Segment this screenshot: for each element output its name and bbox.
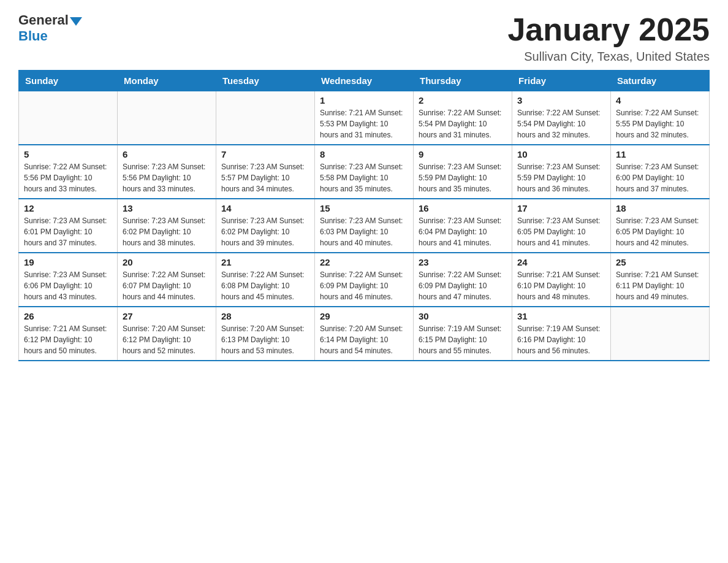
day-info: Sunrise: 7:23 AM Sunset: 6:03 PM Dayligh…: [320, 215, 408, 248]
title-block: January 2025 Sullivan City, Texas, Unite…: [507, 12, 710, 64]
logo-blue-text: Blue: [18, 28, 48, 44]
calendar-cell: 12Sunrise: 7:23 AM Sunset: 6:01 PM Dayli…: [19, 199, 118, 253]
calendar-cell: 14Sunrise: 7:23 AM Sunset: 6:02 PM Dayli…: [216, 199, 315, 253]
day-info: Sunrise: 7:23 AM Sunset: 6:04 PM Dayligh…: [419, 215, 507, 248]
day-info: Sunrise: 7:20 AM Sunset: 6:13 PM Dayligh…: [221, 323, 309, 356]
calendar-cell: 9Sunrise: 7:23 AM Sunset: 5:59 PM Daylig…: [414, 145, 512, 199]
calendar-cell: 3Sunrise: 7:22 AM Sunset: 5:54 PM Daylig…: [512, 91, 611, 145]
day-number: 12: [24, 203, 112, 213]
calendar-cell: [118, 91, 216, 145]
calendar-cell: 17Sunrise: 7:23 AM Sunset: 6:05 PM Dayli…: [512, 199, 611, 253]
calendar-cell: 30Sunrise: 7:19 AM Sunset: 6:15 PM Dayli…: [414, 307, 512, 361]
day-info: Sunrise: 7:23 AM Sunset: 5:57 PM Dayligh…: [221, 161, 309, 194]
calendar-cell: 20Sunrise: 7:22 AM Sunset: 6:07 PM Dayli…: [118, 253, 216, 307]
day-number: 3: [517, 95, 605, 105]
day-number: 22: [320, 257, 408, 267]
col-header-wednesday: Wednesday: [315, 71, 414, 91]
day-info: Sunrise: 7:22 AM Sunset: 5:54 PM Dayligh…: [419, 107, 507, 140]
calendar-cell: 18Sunrise: 7:23 AM Sunset: 6:05 PM Dayli…: [611, 199, 710, 253]
day-number: 20: [123, 257, 211, 267]
calendar-cell: [611, 307, 710, 361]
calendar-cell: 29Sunrise: 7:20 AM Sunset: 6:14 PM Dayli…: [315, 307, 414, 361]
day-info: Sunrise: 7:23 AM Sunset: 6:05 PM Dayligh…: [616, 215, 704, 248]
day-info: Sunrise: 7:22 AM Sunset: 5:56 PM Dayligh…: [24, 161, 112, 194]
day-number: 1: [320, 95, 408, 105]
day-info: Sunrise: 7:23 AM Sunset: 6:05 PM Dayligh…: [517, 215, 605, 248]
calendar-cell: 15Sunrise: 7:23 AM Sunset: 6:03 PM Dayli…: [315, 199, 414, 253]
day-number: 18: [616, 203, 704, 213]
day-number: 21: [221, 257, 309, 267]
logo: General Blue: [18, 12, 83, 44]
col-header-sunday: Sunday: [19, 71, 118, 91]
calendar-cell: 19Sunrise: 7:23 AM Sunset: 6:06 PM Dayli…: [19, 253, 118, 307]
calendar-week-row: 1Sunrise: 7:21 AM Sunset: 5:53 PM Daylig…: [19, 91, 710, 145]
day-info: Sunrise: 7:23 AM Sunset: 6:01 PM Dayligh…: [24, 215, 112, 248]
calendar-cell: 27Sunrise: 7:20 AM Sunset: 6:12 PM Dayli…: [118, 307, 216, 361]
day-number: 19: [24, 257, 112, 267]
calendar-cell: 31Sunrise: 7:19 AM Sunset: 6:16 PM Dayli…: [512, 307, 611, 361]
day-info: Sunrise: 7:21 AM Sunset: 6:11 PM Dayligh…: [616, 269, 704, 302]
calendar-week-row: 5Sunrise: 7:22 AM Sunset: 5:56 PM Daylig…: [19, 145, 710, 199]
calendar-cell: 2Sunrise: 7:22 AM Sunset: 5:54 PM Daylig…: [414, 91, 512, 145]
day-number: 11: [616, 149, 704, 159]
day-number: 30: [419, 311, 507, 321]
calendar-week-row: 12Sunrise: 7:23 AM Sunset: 6:01 PM Dayli…: [19, 199, 710, 253]
day-number: 8: [320, 149, 408, 159]
day-info: Sunrise: 7:23 AM Sunset: 5:58 PM Dayligh…: [320, 161, 408, 194]
calendar-cell: 11Sunrise: 7:23 AM Sunset: 6:00 PM Dayli…: [611, 145, 710, 199]
calendar-cell: 10Sunrise: 7:23 AM Sunset: 5:59 PM Dayli…: [512, 145, 611, 199]
calendar-cell: 13Sunrise: 7:23 AM Sunset: 6:02 PM Dayli…: [118, 199, 216, 253]
day-number: 25: [616, 257, 704, 267]
calendar-header-row: SundayMondayTuesdayWednesdayThursdayFrid…: [19, 71, 710, 91]
day-info: Sunrise: 7:19 AM Sunset: 6:15 PM Dayligh…: [419, 323, 507, 356]
day-info: Sunrise: 7:23 AM Sunset: 6:02 PM Dayligh…: [123, 215, 211, 248]
logo-general-text: General: [18, 12, 69, 28]
day-info: Sunrise: 7:22 AM Sunset: 6:08 PM Dayligh…: [221, 269, 309, 302]
day-info: Sunrise: 7:22 AM Sunset: 5:55 PM Dayligh…: [616, 107, 704, 140]
day-number: 29: [320, 311, 408, 321]
day-number: 23: [419, 257, 507, 267]
day-number: 2: [419, 95, 507, 105]
day-number: 26: [24, 311, 112, 321]
day-number: 9: [419, 149, 507, 159]
day-info: Sunrise: 7:23 AM Sunset: 5:59 PM Dayligh…: [517, 161, 605, 194]
col-header-monday: Monday: [118, 71, 216, 91]
col-header-thursday: Thursday: [414, 71, 512, 91]
day-info: Sunrise: 7:22 AM Sunset: 6:09 PM Dayligh…: [320, 269, 408, 302]
calendar-cell: [19, 91, 118, 145]
calendar-week-row: 19Sunrise: 7:23 AM Sunset: 6:06 PM Dayli…: [19, 253, 710, 307]
day-info: Sunrise: 7:23 AM Sunset: 6:02 PM Dayligh…: [221, 215, 309, 248]
day-number: 7: [221, 149, 309, 159]
calendar-cell: 24Sunrise: 7:21 AM Sunset: 6:10 PM Dayli…: [512, 253, 611, 307]
day-info: Sunrise: 7:19 AM Sunset: 6:16 PM Dayligh…: [517, 323, 605, 356]
day-info: Sunrise: 7:23 AM Sunset: 6:00 PM Dayligh…: [616, 161, 704, 194]
day-info: Sunrise: 7:22 AM Sunset: 5:54 PM Dayligh…: [517, 107, 605, 140]
calendar-cell: 22Sunrise: 7:22 AM Sunset: 6:09 PM Dayli…: [315, 253, 414, 307]
month-title: January 2025: [507, 12, 710, 47]
calendar-week-row: 26Sunrise: 7:21 AM Sunset: 6:12 PM Dayli…: [19, 307, 710, 361]
day-number: 5: [24, 149, 112, 159]
day-info: Sunrise: 7:21 AM Sunset: 6:10 PM Dayligh…: [517, 269, 605, 302]
calendar-cell: 21Sunrise: 7:22 AM Sunset: 6:08 PM Dayli…: [216, 253, 315, 307]
calendar-cell: [216, 91, 315, 145]
calendar-cell: 6Sunrise: 7:23 AM Sunset: 5:56 PM Daylig…: [118, 145, 216, 199]
day-info: Sunrise: 7:20 AM Sunset: 6:12 PM Dayligh…: [123, 323, 211, 356]
day-number: 28: [221, 311, 309, 321]
page-header: General Blue January 2025 Sullivan City,…: [18, 12, 710, 64]
day-number: 15: [320, 203, 408, 213]
calendar-cell: 25Sunrise: 7:21 AM Sunset: 6:11 PM Dayli…: [611, 253, 710, 307]
day-number: 14: [221, 203, 309, 213]
day-info: Sunrise: 7:23 AM Sunset: 5:59 PM Dayligh…: [419, 161, 507, 194]
calendar-cell: 4Sunrise: 7:22 AM Sunset: 5:55 PM Daylig…: [611, 91, 710, 145]
day-info: Sunrise: 7:21 AM Sunset: 5:53 PM Dayligh…: [320, 107, 408, 140]
logo-arrow-icon: [70, 17, 82, 26]
col-header-saturday: Saturday: [611, 71, 710, 91]
calendar-table: SundayMondayTuesdayWednesdayThursdayFrid…: [18, 70, 710, 361]
day-number: 17: [517, 203, 605, 213]
day-number: 27: [123, 311, 211, 321]
day-number: 6: [123, 149, 211, 159]
day-info: Sunrise: 7:22 AM Sunset: 6:07 PM Dayligh…: [123, 269, 211, 302]
day-info: Sunrise: 7:23 AM Sunset: 5:56 PM Dayligh…: [123, 161, 211, 194]
day-info: Sunrise: 7:21 AM Sunset: 6:12 PM Dayligh…: [24, 323, 112, 356]
day-info: Sunrise: 7:23 AM Sunset: 6:06 PM Dayligh…: [24, 269, 112, 302]
